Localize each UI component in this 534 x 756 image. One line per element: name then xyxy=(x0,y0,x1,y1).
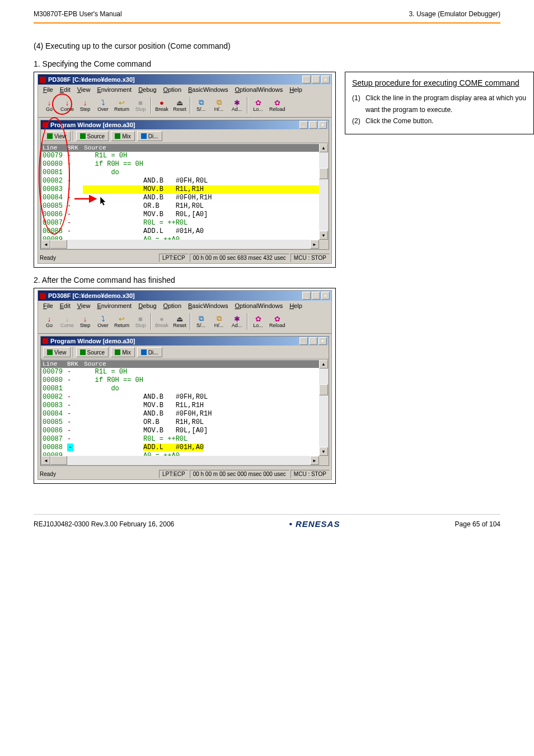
toolbar-lo[interactable]: ✿Lo... xyxy=(249,96,267,115)
code-row[interactable]: 00084- AND.B #0F0H,R1H xyxy=(41,194,319,202)
code-row[interactable]: 00087- R0L = ++R0L xyxy=(41,435,319,444)
toolbar-over[interactable]: ⤵Over xyxy=(94,96,112,115)
code-row[interactable]: 00082- AND.B #0FH,R0L xyxy=(41,393,319,402)
code-row[interactable]: 00082- AND.B #0FH,R0L xyxy=(41,177,319,185)
tab-icon xyxy=(80,349,86,355)
debugger-window-after: PD308F [C:¥demo¥demo.x30] _ □ × FileEdit… xyxy=(38,290,332,480)
close-button[interactable]: × xyxy=(321,292,330,300)
go-icon: ↓ xyxy=(45,315,54,323)
code-row[interactable]: 00085- OR.B R1H,R0L xyxy=(41,202,319,211)
menu-edit[interactable]: Edit xyxy=(57,86,73,94)
tab-icon xyxy=(115,133,120,139)
menu-debug[interactable]: Debug xyxy=(135,86,159,94)
code-row[interactable]: 00089 A0 = ++A0 xyxy=(41,236,319,240)
toolbar-s[interactable]: ⧉S/... xyxy=(192,96,210,115)
code-row[interactable]: 00087- R0L = ++R0L xyxy=(41,219,319,227)
tab-mix[interactable]: Mix xyxy=(111,347,135,357)
menu-optionalwindows[interactable]: OptionalWindows xyxy=(232,86,286,94)
scroll-right[interactable]: ▶ xyxy=(310,240,319,249)
col-line: Line xyxy=(41,360,67,368)
toolbar-break[interactable]: ●Break xyxy=(153,96,171,115)
menu-debug[interactable]: Debug xyxy=(135,302,159,310)
toolbar-over[interactable]: ⤵Over xyxy=(94,312,112,331)
program-window-title: Program Window [demo.a30] xyxy=(50,338,135,344)
toolbar-ad[interactable]: ✱Ad... xyxy=(228,312,246,331)
menu-optionalwindows[interactable]: OptionalWindows xyxy=(232,302,286,310)
inner-maximize[interactable]: □ xyxy=(309,337,317,345)
toolbar-return[interactable]: ↩Return xyxy=(112,312,132,331)
menu-environment[interactable]: Environment xyxy=(94,302,134,310)
code-row[interactable]: 00083- MOV.B R1L,R1H xyxy=(41,185,319,194)
menu-basicwindows[interactable]: BasicWindows xyxy=(185,86,231,94)
menu-file[interactable]: File xyxy=(40,86,56,94)
maximize-button[interactable]: □ xyxy=(312,292,320,300)
code-row[interactable]: 00088- ADD.L #01H,A0 xyxy=(41,227,319,236)
code-row[interactable]: 00080- if R0H == 0H xyxy=(41,376,319,385)
step-icon: ↓ xyxy=(81,99,90,106)
scroll-down[interactable]: ▼ xyxy=(319,447,328,456)
menu-option[interactable]: Option xyxy=(161,86,184,94)
toolbar-reset[interactable]: ⏏Reset xyxy=(171,312,189,331)
toolbar-go[interactable]: ↓Go xyxy=(40,312,58,331)
toolbar-reload[interactable]: ✿Reload xyxy=(267,312,288,331)
scroll-down[interactable]: ▼ xyxy=(319,231,328,240)
menu-edit[interactable]: Edit xyxy=(57,302,73,310)
menu-option[interactable]: Option xyxy=(161,302,184,310)
tab-view[interactable]: View xyxy=(43,131,71,141)
menu-help[interactable]: Help xyxy=(287,302,305,310)
tab-di[interactable]: Di... xyxy=(137,131,162,141)
code-row[interactable]: 00081 do xyxy=(41,385,319,393)
menu-basicwindows[interactable]: BasicWindows xyxy=(185,302,231,310)
tab-source[interactable]: Source xyxy=(76,347,109,357)
toolbar-return[interactable]: ↩Return xyxy=(112,96,132,115)
minimize-button[interactable]: _ xyxy=(302,292,311,300)
inner-minimize[interactable]: _ xyxy=(299,337,308,345)
menu-view[interactable]: View xyxy=(74,86,93,94)
minimize-button[interactable]: _ xyxy=(302,76,311,83)
toolbar-s[interactable]: ⧉S/... xyxy=(192,312,210,331)
maximize-button[interactable]: □ xyxy=(312,76,320,83)
code-row[interactable]: 00080- if R0H == 0H xyxy=(41,160,319,169)
toolbar-h[interactable]: ⧉H/... xyxy=(210,312,228,331)
code-row[interactable]: 00084- AND.B #0F0H,R1H xyxy=(41,410,319,418)
menu-view[interactable]: View xyxy=(74,302,93,310)
menu-help[interactable]: Help xyxy=(287,86,305,94)
inner-close[interactable]: × xyxy=(318,121,327,129)
tab-view[interactable]: View xyxy=(43,347,71,357)
close-button[interactable]: × xyxy=(321,76,330,83)
menu-environment[interactable]: Environment xyxy=(94,86,134,94)
toolbar-step[interactable]: ↓Step xyxy=(76,312,94,331)
code-row[interactable]: 00079- R1L = 0H xyxy=(41,368,319,376)
code-row[interactable]: 00089 A0 = ++A0 xyxy=(41,452,319,456)
tab-di[interactable]: Di... xyxy=(137,347,162,357)
code-row[interactable]: 00085- OR.B R1H,R0L xyxy=(41,418,319,427)
toolbar-h[interactable]: ⧉H/... xyxy=(210,96,228,115)
window-title: PD308F [C:¥demo¥demo.x30] xyxy=(48,76,135,83)
scroll-left[interactable]: ◀ xyxy=(41,456,50,465)
scroll-left[interactable]: ◀ xyxy=(41,240,50,249)
code-row[interactable]: 00086- MOV.B R0L,[A0] xyxy=(41,427,319,435)
code-row[interactable]: 00083- MOV.B R1L,R1H xyxy=(41,402,319,410)
toolbar-reset[interactable]: ⏏Reset xyxy=(171,96,189,115)
inner-maximize[interactable]: □ xyxy=(309,121,317,129)
status-time: 00 h 00 m 00 sec 683 msec 432 usec xyxy=(190,254,289,262)
scroll-right[interactable]: ▶ xyxy=(310,456,319,465)
toolbar-lo[interactable]: ✿Lo... xyxy=(249,312,267,331)
code-row[interactable]: 00081 do xyxy=(41,169,319,177)
tab-source[interactable]: Source xyxy=(76,131,109,141)
code-row[interactable]: 00088- ADD.L #01H,A0 xyxy=(41,444,319,452)
tab-icon xyxy=(47,133,53,139)
scroll-up[interactable]: ▲ xyxy=(319,360,328,368)
toolbar-come[interactable]: ↓Come xyxy=(58,96,76,115)
inner-minimize[interactable]: _ xyxy=(299,121,308,129)
toolbar-go[interactable]: ↓Go xyxy=(40,96,58,115)
menu-file[interactable]: File xyxy=(40,302,56,310)
toolbar-reload[interactable]: ✿Reload xyxy=(267,96,288,115)
toolbar-step[interactable]: ↓Step xyxy=(76,96,94,115)
scroll-up[interactable]: ▲ xyxy=(319,143,328,152)
inner-close[interactable]: × xyxy=(318,337,327,345)
code-row[interactable]: 00079- R1L = 0H xyxy=(41,152,319,160)
code-row[interactable]: 00086- MOV.B R0L,[A0] xyxy=(41,211,319,219)
toolbar-ad[interactable]: ✱Ad... xyxy=(228,96,246,115)
tab-mix[interactable]: Mix xyxy=(111,131,135,141)
